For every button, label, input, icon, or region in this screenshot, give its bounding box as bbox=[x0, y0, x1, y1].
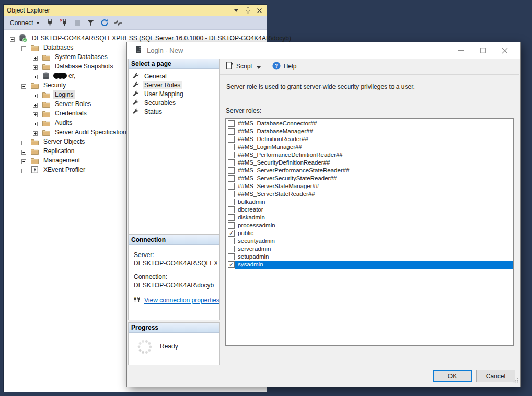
page-item-label: Status bbox=[143, 108, 164, 115]
window-position-caret-icon[interactable] bbox=[232, 6, 240, 15]
unchecked-checkbox[interactable] bbox=[228, 206, 235, 213]
role-row[interactable]: ✓public bbox=[226, 229, 513, 237]
expand-expander-icon[interactable] bbox=[21, 168, 26, 172]
unchecked-checkbox[interactable] bbox=[228, 159, 235, 166]
unchecked-checkbox[interactable] bbox=[228, 144, 235, 150]
collapse-expander-icon[interactable] bbox=[21, 83, 26, 88]
expand-expander-icon[interactable] bbox=[21, 139, 26, 144]
unchecked-checkbox[interactable] bbox=[228, 136, 235, 143]
role-row[interactable]: diskadmin bbox=[226, 214, 513, 222]
unchecked-checkbox[interactable] bbox=[228, 120, 235, 127]
role-label: ##MS_PerformanceDefinitionReader## bbox=[235, 151, 513, 159]
close-icon[interactable] bbox=[255, 6, 263, 15]
unchecked-checkbox[interactable] bbox=[228, 199, 235, 205]
expand-expander-icon[interactable] bbox=[33, 74, 38, 78]
unchecked-checkbox[interactable] bbox=[228, 222, 235, 229]
unchecked-checkbox[interactable] bbox=[228, 238, 235, 244]
role-row[interactable]: serveradmin bbox=[226, 245, 513, 253]
connection-pane: Connection Server: DESKTOP-GO4K4AR\SQLEX… bbox=[128, 235, 220, 320]
role-row[interactable]: processadmin bbox=[226, 222, 513, 229]
unchecked-checkbox[interactable] bbox=[228, 128, 235, 135]
expand-expander-icon[interactable] bbox=[33, 55, 38, 60]
help-label: Help bbox=[284, 63, 297, 70]
tree-item-label: System Databases bbox=[53, 53, 109, 61]
role-row[interactable]: setupadmin bbox=[226, 253, 513, 261]
stop-icon bbox=[72, 18, 83, 28]
unchecked-checkbox[interactable] bbox=[228, 152, 235, 158]
expand-expander-icon[interactable] bbox=[21, 149, 26, 154]
collapse-expander-icon[interactable] bbox=[21, 45, 26, 50]
login-icon bbox=[135, 45, 142, 56]
close-icon[interactable] bbox=[494, 43, 516, 58]
help-button[interactable]: ? Help bbox=[272, 62, 297, 72]
role-row[interactable]: dbcreator bbox=[226, 206, 513, 214]
tree-item-label: Server Objects bbox=[42, 137, 86, 146]
server-icon bbox=[19, 34, 27, 42]
role-row[interactable]: ##MS_ServerPerformanceStateReader## bbox=[226, 167, 513, 174]
disconnect-icon[interactable] bbox=[59, 18, 69, 28]
filter-icon[interactable] bbox=[86, 18, 96, 28]
expand-expander-icon[interactable] bbox=[33, 130, 38, 135]
maximize-icon[interactable] bbox=[472, 43, 494, 58]
folder-icon bbox=[30, 138, 39, 145]
cancel-button[interactable]: Cancel bbox=[476, 370, 515, 382]
tree-item-label: Databases bbox=[42, 43, 75, 52]
role-row[interactable]: bulkadmin bbox=[226, 198, 513, 206]
tree-item-label: Security bbox=[42, 81, 67, 89]
role-row[interactable]: ##MS_LoginManager## bbox=[226, 143, 513, 151]
role-row[interactable]: ##MS_SecurityDefinitionReader## bbox=[226, 159, 513, 167]
pin-icon[interactable] bbox=[244, 6, 252, 15]
minimize-icon[interactable] bbox=[450, 43, 472, 58]
progress-header: Progress bbox=[129, 323, 219, 333]
unchecked-checkbox[interactable] bbox=[228, 246, 235, 252]
role-row[interactable]: ##MS_DatabaseConnector## bbox=[226, 120, 513, 127]
page-item-user-mapping[interactable]: User Mapping bbox=[129, 90, 219, 98]
role-label: sysadmin bbox=[235, 261, 513, 269]
role-row[interactable]: ##MS_DatabaseManager## bbox=[226, 127, 513, 135]
select-a-page-pane: Select a page GeneralServer RolesUser Ma… bbox=[128, 59, 220, 235]
page-item-securables[interactable]: Securables bbox=[129, 99, 219, 107]
expand-expander-icon[interactable] bbox=[33, 111, 38, 116]
role-row[interactable]: ##MS_DefinitionReader## bbox=[226, 135, 513, 143]
collapse-expander-icon[interactable] bbox=[10, 36, 15, 41]
role-label: ##MS_ServerStateManager## bbox=[235, 182, 513, 190]
dialog-description: Server role is used to grant server-wide… bbox=[226, 83, 415, 90]
progress-spinner-icon bbox=[137, 339, 153, 357]
expand-expander-icon[interactable] bbox=[33, 64, 38, 69]
connect-object-icon[interactable] bbox=[45, 18, 55, 28]
checked-checkbox[interactable]: ✓ bbox=[228, 261, 235, 268]
unchecked-checkbox[interactable] bbox=[228, 167, 235, 174]
page-item-status[interactable]: Status bbox=[129, 108, 219, 116]
role-row[interactable]: ✓sysadmin bbox=[226, 261, 513, 269]
checked-checkbox[interactable]: ✓ bbox=[228, 230, 235, 237]
role-row[interactable]: securityadmin bbox=[226, 237, 513, 245]
expand-expander-icon[interactable] bbox=[21, 158, 26, 163]
server-roles-listbox[interactable]: ##MS_DatabaseConnector####MS_DatabaseMan… bbox=[225, 118, 514, 346]
unchecked-checkbox[interactable] bbox=[228, 253, 235, 260]
unchecked-checkbox[interactable] bbox=[228, 175, 235, 182]
activity-monitor-icon[interactable] bbox=[113, 18, 123, 28]
unchecked-checkbox[interactable] bbox=[228, 183, 235, 190]
expand-expander-icon[interactable] bbox=[33, 102, 38, 107]
ok-button[interactable]: OK bbox=[433, 370, 472, 382]
role-row[interactable]: ##MS_ServerStateManager## bbox=[226, 182, 513, 190]
page-item-server-roles[interactable]: Server Roles bbox=[129, 81, 219, 89]
script-button[interactable]: Script bbox=[226, 62, 252, 71]
expand-expander-icon[interactable] bbox=[33, 121, 38, 125]
dialog-toolbar: Script ? Help bbox=[220, 59, 519, 75]
role-row[interactable]: ##MS_ServerSecurityStateReader## bbox=[226, 174, 513, 182]
role-row[interactable]: ##MS_ServerStateReader## bbox=[226, 190, 513, 198]
unchecked-checkbox[interactable] bbox=[228, 214, 235, 221]
view-connection-properties-link[interactable]: View connection properties bbox=[144, 297, 219, 304]
script-caret-icon[interactable] bbox=[257, 62, 261, 71]
resize-grip[interactable] bbox=[513, 376, 518, 385]
role-row[interactable]: ##MS_PerformanceDefinitionReader## bbox=[226, 151, 513, 159]
unchecked-checkbox[interactable] bbox=[228, 191, 235, 197]
expand-expander-icon[interactable] bbox=[33, 92, 38, 97]
page-item-general[interactable]: General bbox=[129, 72, 219, 80]
connection-label: Connection: bbox=[134, 273, 219, 281]
folder-icon bbox=[30, 148, 39, 155]
refresh-icon[interactable] bbox=[99, 18, 110, 28]
connect-button[interactable]: Connect bbox=[8, 18, 42, 28]
connection-properties-icon bbox=[133, 296, 141, 305]
